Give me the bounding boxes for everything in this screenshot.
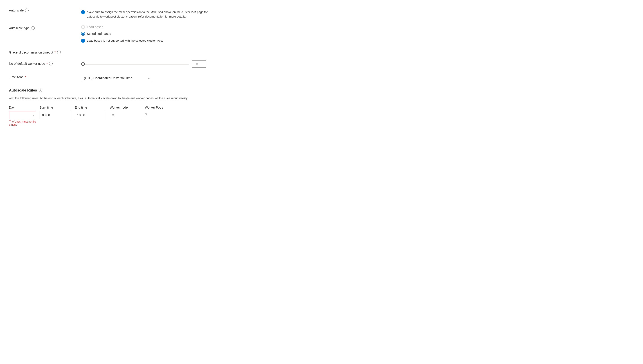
autoscale-rules-header: Autoscale Rules i: [9, 88, 212, 92]
radio-scheduled-based-label: Scheduled based: [87, 32, 111, 36]
col-header-worker-pods: Worker Pods: [145, 106, 172, 109]
time-zone-chevron-icon: ⌄: [148, 76, 150, 80]
radio-scheduled-based-dot: [82, 33, 84, 35]
radio-load-based[interactable]: Load based: [81, 25, 212, 29]
autoscale-type-info-icon[interactable]: i: [31, 26, 35, 30]
autoscale-info-circle-icon: i: [81, 10, 85, 14]
start-time-input[interactable]: [40, 111, 71, 119]
worker-node-slider-track[interactable]: [81, 64, 189, 64]
autoscale-info-icon[interactable]: i: [25, 8, 29, 12]
worker-node-row: No of default worker node * i: [9, 60, 212, 68]
col-start-time-cell: [40, 111, 71, 119]
graceful-timeout-info-icon[interactable]: i: [57, 50, 61, 54]
autoscale-toggle-thumb: [87, 8, 91, 12]
radio-load-based-label: Load based: [87, 25, 103, 29]
end-time-input[interactable]: [75, 111, 106, 119]
worker-pods-value: 3: [145, 111, 172, 116]
autoscale-type-row: Autoscale type i Load based Scheduled ba…: [9, 25, 212, 43]
col-header-day: Day: [9, 106, 36, 109]
autoscale-control: i Make sure to assign the owner permissi…: [81, 7, 212, 19]
col-header-start-time: Start time: [40, 106, 71, 109]
radio-load-based-input[interactable]: [81, 25, 85, 29]
autoscale-info-box: i Make sure to assign the owner permissi…: [81, 10, 212, 19]
autoscale-type-control: Load based Scheduled based i Load based …: [81, 25, 212, 43]
autoscale-type-label-text: Autoscale type: [9, 26, 30, 30]
autoscale-row: Auto scale i i Make sure to assign the o…: [9, 7, 212, 19]
col-worker-node-cell: [110, 111, 141, 119]
worker-node-control: [81, 60, 212, 68]
autoscale-type-warning-text: Load based is not supported with the sel…: [87, 38, 163, 43]
graceful-timeout-label-text: Graceful decommission timeout: [9, 50, 53, 54]
time-zone-dropdown-value: (UTC) Coordinated Universal Time: [84, 76, 132, 80]
autoscale-type-label: Autoscale type i: [9, 25, 81, 30]
col-header-end-time: End time: [75, 106, 106, 109]
table-row: ⌄ The 'days' must not be empty. 3: [9, 111, 212, 126]
day-error-text: The 'days' must not be empty.: [9, 120, 36, 126]
autoscale-rules-info-icon[interactable]: i: [39, 88, 42, 92]
worker-node-value-input[interactable]: [192, 60, 206, 68]
worker-node-slider-container: [81, 60, 212, 68]
graceful-timeout-row: Graceful decommission timeout * i: [9, 49, 212, 54]
autoscale-rules-description: Add the following rules. At the end of e…: [9, 96, 212, 100]
time-zone-dropdown[interactable]: (UTC) Coordinated Universal Time ⌄: [81, 74, 153, 82]
graceful-timeout-required: *: [55, 50, 56, 54]
day-select-wrapper: ⌄: [9, 111, 36, 119]
day-select-input[interactable]: [9, 111, 36, 119]
worker-node-info-icon[interactable]: i: [49, 62, 53, 66]
rules-table-header: Day Start time End time Worker node Work…: [9, 106, 212, 109]
autoscale-rules-title: Autoscale Rules: [9, 88, 37, 92]
time-zone-control: (UTC) Coordinated Universal Time ⌄: [81, 74, 212, 82]
time-zone-required: *: [25, 75, 26, 79]
worker-node-input[interactable]: [110, 111, 141, 119]
rules-table: Day Start time End time Worker node Work…: [9, 106, 212, 126]
worker-node-slider-thumb[interactable]: [81, 62, 85, 66]
time-zone-row: Time zone * (UTC) Coordinated Universal …: [9, 74, 212, 82]
graceful-timeout-label: Graceful decommission timeout * i: [9, 49, 81, 54]
autoscale-label: Auto scale i: [9, 7, 81, 12]
autoscale-type-warning-box: i Load based is not supported with the s…: [81, 38, 212, 43]
col-header-worker-node: Worker node: [110, 106, 141, 109]
col-day-cell: ⌄ The 'days' must not be empty.: [9, 111, 36, 126]
worker-node-label: No of default worker node * i: [9, 60, 81, 66]
graceful-timeout-toggle-thumb: [82, 50, 86, 54]
autoscale-label-text: Auto scale: [9, 8, 24, 12]
autoscale-rules-section: Autoscale Rules i Add the following rule…: [9, 88, 212, 126]
time-zone-label-text: Time zone: [9, 75, 24, 79]
autoscale-info-text: Make sure to assign the owner permission…: [87, 10, 212, 19]
autoscale-type-warning-icon: i: [81, 39, 85, 43]
time-zone-label: Time zone *: [9, 74, 81, 79]
worker-node-label-text: No of default worker node: [9, 62, 45, 66]
radio-scheduled-based[interactable]: Scheduled based: [81, 32, 212, 36]
radio-scheduled-based-input[interactable]: [81, 32, 85, 36]
col-end-time-cell: [75, 111, 106, 119]
worker-node-required: *: [46, 62, 48, 66]
col-worker-pods-cell: 3: [145, 111, 172, 116]
